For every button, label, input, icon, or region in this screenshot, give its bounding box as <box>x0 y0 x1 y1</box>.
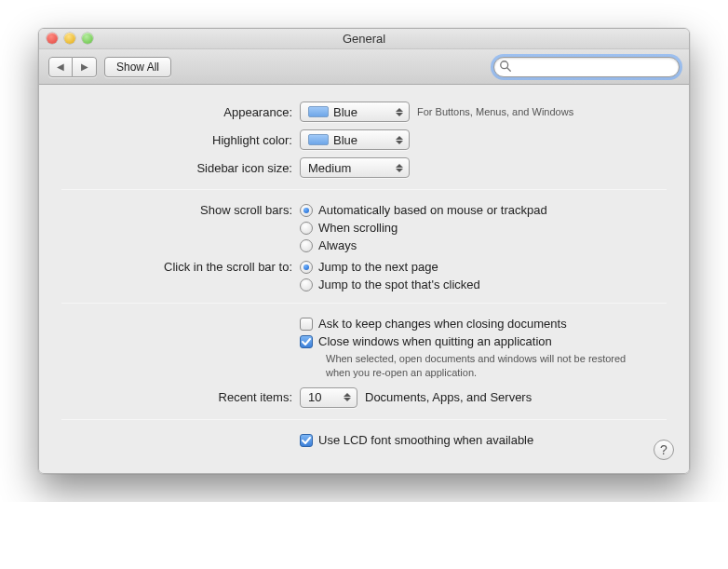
forward-button[interactable]: ▶ <box>73 57 97 77</box>
recent-items-popup[interactable]: 10 <box>300 387 357 408</box>
close-icon[interactable] <box>47 33 58 44</box>
stepper-arrows-icon <box>396 132 405 147</box>
appearance-hint: For Buttons, Menus, and Windows <box>417 106 573 117</box>
checkbox-label: Close windows when quitting an applicati… <box>318 334 552 348</box>
window-controls <box>47 33 93 44</box>
lcd-smoothing-checkbox[interactable]: Use LCD font smoothing when available <box>300 433 533 447</box>
search-field[interactable] <box>493 57 680 77</box>
checkbox-icon <box>300 335 313 348</box>
sidebar-size-value: Medium <box>308 161 351 175</box>
stepper-arrows-icon <box>344 390 353 405</box>
scrollbars-label: Show scroll bars: <box>61 203 300 217</box>
color-swatch-icon <box>308 106 329 117</box>
chevron-left-icon: ◀ <box>57 61 64 72</box>
nav-segment: ◀ ▶ <box>48 57 97 77</box>
minimize-icon[interactable] <box>64 33 75 44</box>
sidebar-size-popup[interactable]: Medium <box>300 157 410 178</box>
stepper-arrows-icon <box>396 104 405 119</box>
radio-label: Always <box>318 238 357 252</box>
radio-label: Jump to the next page <box>318 260 438 274</box>
scroll-option-always[interactable]: Always <box>300 238 357 252</box>
search-input[interactable] <box>493 57 680 77</box>
close-windows-checkbox[interactable]: Close windows when quitting an applicati… <box>300 334 552 348</box>
checkbox-label: Ask to keep changes when closing documen… <box>318 317 567 331</box>
divider <box>61 303 667 304</box>
window-title: General <box>343 32 385 46</box>
highlight-value: Blue <box>333 133 357 147</box>
clickscroll-label: Click in the scroll bar to: <box>61 260 300 274</box>
toolbar: ◀ ▶ Show All <box>39 49 689 85</box>
radio-icon <box>300 204 313 217</box>
radio-label: Automatically based on mouse or trackpad <box>318 203 547 217</box>
recent-label: Recent items: <box>61 390 300 404</box>
back-button[interactable]: ◀ <box>48 57 73 77</box>
scroll-option-auto[interactable]: Automatically based on mouse or trackpad <box>300 203 547 217</box>
content-area: Appearance: Blue For Buttons, Menus, and… <box>39 85 689 473</box>
highlight-popup[interactable]: Blue <box>300 129 410 150</box>
recent-items-suffix: Documents, Apps, and Servers <box>365 390 532 404</box>
stepper-arrows-icon <box>396 160 405 175</box>
radio-icon <box>300 222 313 235</box>
close-windows-hint: When selected, open documents and window… <box>326 352 642 380</box>
recent-items-value: 10 <box>308 390 321 404</box>
help-button[interactable]: ? <box>654 440 674 460</box>
radio-icon <box>300 261 313 274</box>
radio-icon <box>300 278 313 291</box>
appearance-label: Appearance: <box>61 105 300 119</box>
help-icon: ? <box>660 442 667 457</box>
appearance-popup[interactable]: Blue <box>300 102 410 122</box>
show-all-label: Show All <box>116 61 159 74</box>
show-all-button[interactable]: Show All <box>104 57 171 77</box>
titlebar: General <box>39 29 689 49</box>
chevron-right-icon: ▶ <box>81 61 88 72</box>
highlight-label: Highlight color: <box>61 133 300 147</box>
search-icon <box>499 60 512 73</box>
radio-label: Jump to the spot that's clicked <box>318 278 480 291</box>
clickscroll-spot[interactable]: Jump to the spot that's clicked <box>300 278 480 291</box>
radio-icon <box>300 239 313 252</box>
divider <box>61 189 667 190</box>
sidebar-label: Sidebar icon size: <box>61 161 300 175</box>
preferences-window: General ◀ ▶ Show All Appearance: <box>38 28 690 474</box>
color-swatch-icon <box>308 134 329 145</box>
checkbox-icon <box>300 318 313 331</box>
ask-keep-checkbox[interactable]: Ask to keep changes when closing documen… <box>300 317 567 331</box>
radio-label: When scrolling <box>318 221 398 235</box>
divider <box>61 419 667 420</box>
zoom-icon[interactable] <box>82 33 93 44</box>
clickscroll-next-page[interactable]: Jump to the next page <box>300 260 438 274</box>
appearance-value: Blue <box>333 105 357 119</box>
svg-line-1 <box>507 67 511 71</box>
checkbox-icon <box>300 434 313 447</box>
checkbox-label: Use LCD font smoothing when available <box>318 433 533 447</box>
scroll-option-when-scrolling[interactable]: When scrolling <box>300 221 398 235</box>
